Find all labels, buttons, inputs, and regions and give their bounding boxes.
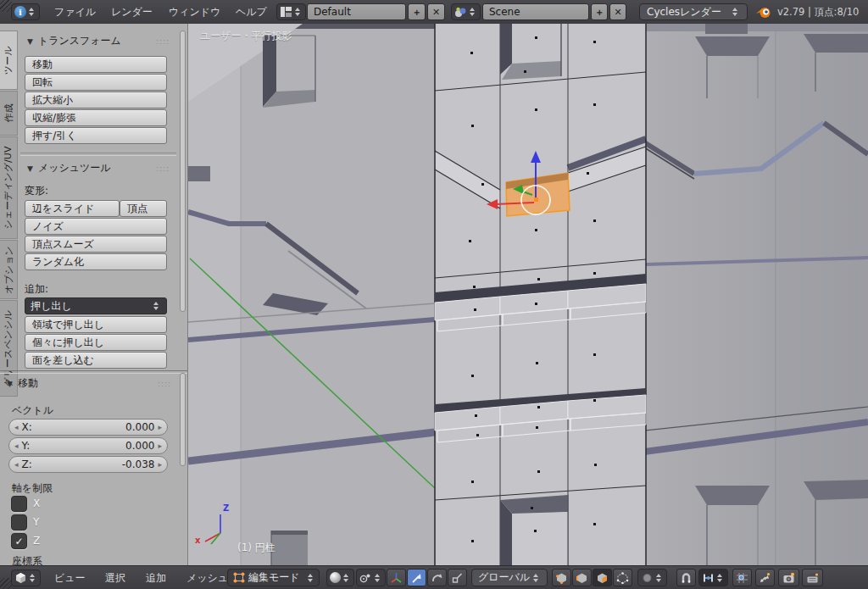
push-pull-button[interactable]: 押す/引く — [25, 127, 167, 144]
panel-drag-dots-icon[interactable]: :::: — [158, 380, 171, 388]
opengl-render-animation-button[interactable] — [802, 569, 823, 586]
add-scene-button[interactable]: ＋ — [591, 3, 608, 20]
viewport-shading-dropdown[interactable] — [326, 569, 354, 586]
manipulator-toggle-button[interactable] — [387, 569, 406, 586]
increment-arrow-icon[interactable]: ▸ — [158, 460, 162, 469]
vertex-slide-button[interactable]: 頂点 — [120, 200, 167, 217]
shrink-fatten-button[interactable]: 収縮/膨張 — [25, 109, 167, 126]
vector-x-field[interactable]: ◂ X: 0.000 ▸ — [8, 419, 168, 436]
editor-type-dropdown[interactable] — [11, 570, 41, 586]
shelf-tab-options[interactable]: オプション — [0, 240, 18, 299]
vector-y-field[interactable]: ◂ Y: 0.000 ▸ — [8, 437, 168, 454]
increment-arrow-icon[interactable]: ▸ — [158, 442, 162, 450]
decrement-arrow-icon[interactable]: ◂ — [14, 423, 19, 431]
viewport-header: ビュー 選択 追加 メッシュ 編集モード — [0, 565, 868, 589]
transform-orientation-dropdown[interactable]: グローバル — [471, 569, 548, 586]
editor-type-stepper[interactable] — [26, 8, 36, 16]
rotate-button[interactable]: 回転 — [25, 74, 167, 91]
panel-drag-dots-icon[interactable]: :::: — [156, 37, 170, 46]
proportional-edit-dropdown[interactable] — [637, 569, 667, 586]
decrement-arrow-icon[interactable]: ◂ — [14, 460, 19, 469]
move-operator-panel-header[interactable]: ▼ 移動 :::: — [7, 376, 181, 391]
close-scene-button[interactable]: ✕ — [609, 3, 626, 20]
layout-stepper[interactable] — [292, 8, 303, 16]
manipulator-rotate-button[interactable] — [427, 569, 447, 586]
menu-view[interactable]: ビュー — [44, 571, 96, 586]
increment-arrow-icon[interactable]: ▸ — [158, 423, 162, 431]
field-value: 0.000 — [125, 440, 154, 452]
translate-arrow-icon — [410, 572, 423, 584]
scene-stepper[interactable] — [467, 8, 477, 16]
edge-select-icon — [576, 572, 588, 584]
close-layout-button[interactable]: ✕ — [427, 3, 445, 20]
randomize-button[interactable]: ランダム化 — [25, 253, 167, 270]
face-select-mode-button[interactable] — [593, 569, 612, 586]
menu-add[interactable]: 追加 — [136, 571, 176, 586]
limit-selection-visible-button[interactable] — [613, 569, 632, 586]
translate-button[interactable]: 移動 — [25, 56, 167, 73]
corner-grip-icon[interactable] — [0, 578, 12, 589]
edge-select-mode-button[interactable] — [572, 569, 592, 586]
corner-grip-icon[interactable] — [0, 0, 12, 12]
constraint-z-checkbox[interactable]: ✓ — [11, 533, 27, 549]
manipulator-scale-button[interactable] — [448, 569, 467, 586]
constraint-axis-label: 軸を制限 — [12, 481, 53, 496]
opengl-render-image-button[interactable] — [778, 569, 799, 586]
arrows-inward-icon — [759, 572, 771, 584]
decrement-arrow-icon[interactable]: ◂ — [14, 442, 19, 450]
info-icon: i — [14, 6, 26, 18]
shelf-scrollbar[interactable] — [180, 31, 186, 312]
vertex-smooth-button[interactable]: 頂点スムーズ — [25, 236, 167, 253]
panel-title: 移動 — [18, 376, 38, 391]
screen-layout-icon-dropdown[interactable] — [276, 3, 306, 20]
orientation-stepper — [531, 574, 541, 582]
shelf-tab-tools[interactable]: ツール — [0, 31, 18, 90]
shelf-tab-shading-uv[interactable]: シェーディング/UV — [0, 136, 18, 239]
editor-type-stepper[interactable] — [27, 574, 37, 582]
constraint-y-checkbox[interactable] — [11, 514, 27, 531]
snap-grid-align-button[interactable] — [732, 569, 752, 586]
panel-drag-dots-icon[interactable]: :::: — [156, 164, 170, 173]
snap-peel-object-button[interactable] — [755, 569, 775, 586]
editor-type-info-dropdown[interactable]: i — [11, 3, 40, 20]
scale-button[interactable]: 拡大縮小 — [25, 92, 167, 108]
edit-mode-icon — [233, 572, 245, 583]
extrude-region-button[interactable]: 領域で押し出し — [25, 316, 167, 333]
snap-toggle-button[interactable] — [676, 569, 696, 586]
inset-faces-button[interactable]: 面を差し込む — [25, 352, 167, 369]
scene-icon — [454, 6, 467, 18]
extrude-individual-button[interactable]: 個々に押し出し — [25, 334, 167, 351]
shelf-tab-create[interactable]: 作成 — [0, 91, 18, 136]
noise-button[interactable]: ノイズ — [25, 218, 167, 235]
transform-panel-header[interactable]: ▼ トランスフォーム :::: — [27, 34, 180, 48]
magnet-icon — [680, 572, 693, 584]
constraint-z-label: Z — [33, 535, 40, 547]
vertex-select-mode-button[interactable] — [552, 569, 571, 586]
shading-sphere-icon — [330, 572, 341, 583]
collapse-icon: ▼ — [27, 37, 33, 46]
edge-slide-button[interactable]: 辺をスライド — [25, 200, 120, 217]
add-layout-button[interactable]: ＋ — [408, 3, 426, 20]
menu-help[interactable]: ヘルプ — [225, 5, 277, 19]
menu-render[interactable]: レンダー — [101, 5, 163, 19]
snap-element-dropdown[interactable] — [698, 569, 728, 586]
snap-stepper — [715, 574, 725, 582]
menu-window[interactable]: ウィンドウ — [159, 5, 231, 19]
mode-dropdown[interactable]: 編集モード — [227, 569, 320, 586]
3d-viewport[interactable]: ユーザー・平行投影 (1) 円柱 Z x — [188, 24, 868, 565]
shelf-scrollbar-lower[interactable] — [180, 373, 186, 466]
viewport-scene[interactable] — [188, 24, 868, 565]
constraint-x-checkbox[interactable] — [11, 496, 27, 512]
menu-select[interactable]: 選択 — [95, 571, 136, 586]
scene-icon-dropdown[interactable] — [451, 3, 481, 20]
pivot-center-dropdown[interactable] — [356, 569, 386, 586]
extrude-dropdown[interactable]: 押し出し — [25, 297, 167, 314]
vector-z-field[interactable]: ◂ Z: -0.038 ▸ — [8, 456, 168, 473]
scene-name-field[interactable]: Scene — [482, 3, 589, 20]
manipulator-translate-button[interactable] — [407, 569, 426, 586]
render-engine-dropdown[interactable]: Cyclesレンダー — [639, 3, 748, 20]
menu-file[interactable]: ファイル — [44, 5, 106, 19]
mesh-tools-panel-header[interactable]: ▼ メッシュツール :::: — [27, 161, 180, 175]
panel-title: メッシュツール — [38, 161, 111, 175]
screen-layout-name-field[interactable]: Default — [307, 3, 406, 20]
